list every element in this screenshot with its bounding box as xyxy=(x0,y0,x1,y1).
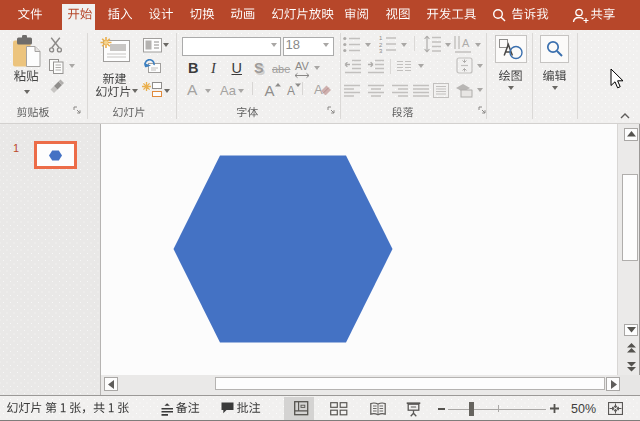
svg-text:2: 2 xyxy=(379,42,383,48)
svg-text:A: A xyxy=(462,37,470,49)
svg-text:1: 1 xyxy=(379,35,383,41)
svg-text:3: 3 xyxy=(379,48,383,53)
